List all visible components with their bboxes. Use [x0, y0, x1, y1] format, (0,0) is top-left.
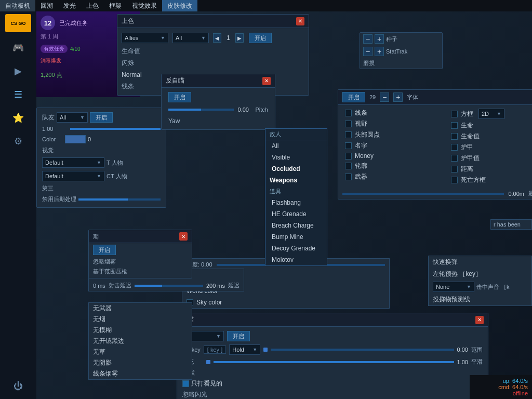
menu-item-breach-charge[interactable]: Breach Charge	[265, 220, 327, 231]
sidebar-icon-play[interactable]: ▶	[8, 61, 29, 82]
default2-dropdown[interactable]: Default ▼	[42, 171, 104, 181]
menu-item-flashbang[interactable]: Flashbang	[265, 197, 327, 208]
panel-aim-body: All ▼ 开启 On key [ key ] Hold ▼ 0.00 范围	[177, 327, 488, 399]
checkbox-armor: 护甲	[447, 142, 532, 153]
sidebar-icon-gear[interactable]: ⚙	[8, 131, 29, 152]
aim-hold-dropdown[interactable]: Hold ▼	[229, 344, 260, 355]
menu-glow[interactable]: 发光	[58, 0, 81, 11]
menu-item-occluded[interactable]: Occluded	[265, 163, 327, 175]
menu-item-all[interactable]: All	[265, 140, 327, 152]
menu-item-visible[interactable]: Visible	[265, 152, 327, 163]
panel-color-close[interactable]: ✕	[296, 17, 304, 25]
menu-item-molotov[interactable]: Molotov	[265, 254, 327, 265]
aim-open-btn[interactable]: 开启	[227, 331, 250, 341]
valid-tasks-badge: 有效任务	[41, 45, 68, 53]
bbox-dropdown[interactable]: 2D ▼	[478, 109, 504, 119]
checkbox-armor-val-box[interactable]	[451, 155, 458, 162]
menu-item-bump-mine[interactable]: Bump Mine	[265, 231, 327, 243]
checkbox-life-val-box[interactable]	[451, 133, 458, 140]
nav-prev[interactable]: ◀	[213, 33, 221, 43]
menu-item-he-grenade[interactable]: HE Grenade	[265, 208, 327, 220]
panel-anti-aim-close[interactable]: ✕	[262, 77, 271, 85]
third-label: 第三	[39, 183, 163, 194]
range-gun-label: 基于范围压枪	[93, 267, 188, 276]
visual-open-btn[interactable]: 开启	[342, 92, 365, 102]
menu-item-weapons[interactable]: Weapons	[265, 175, 327, 186]
sidebar-icon-star[interactable]: ⭐	[8, 108, 29, 128]
ignore-smoke-label: 忽略烟雾	[93, 257, 188, 267]
font-minus[interactable]: −	[380, 92, 389, 102]
panel-skin-controls: − + 种子 − + StatTrak 磨损	[360, 32, 443, 69]
menu-color[interactable]: 上色	[81, 0, 104, 11]
none-dropdown[interactable]: None ▼	[433, 282, 474, 292]
delay-slider[interactable]	[135, 285, 203, 287]
menu-backtrack[interactable]: 回溯	[35, 0, 58, 11]
seed-minus[interactable]: −	[363, 34, 373, 44]
allies-all-dropdown[interactable]: All ▼	[172, 33, 209, 43]
distance-slider[interactable]	[342, 193, 504, 195]
stattrak-plus[interactable]: +	[375, 47, 384, 56]
panel-small-left: 期 ✕ 开启 忽略烟雾 基于范围压枪	[88, 230, 192, 278]
t-label: T 人物	[107, 159, 123, 167]
panel-left-main-body: 队友 All ▼ 开启 1.00 Color 0 视觉	[37, 108, 166, 207]
default1-dropdown[interactable]: Default ▼	[42, 157, 104, 168]
friend-dropdown[interactable]: All ▼	[57, 112, 88, 123]
checkbox-lines-box[interactable]	[345, 110, 352, 116]
mission-level: 12	[41, 16, 55, 30]
fov-label: 视觉	[39, 145, 163, 156]
menu-visual[interactable]: 视觉效果	[127, 0, 162, 11]
allies-dropdown[interactable]: Allies ▼	[122, 33, 168, 43]
points-left: 1,200 点	[41, 71, 62, 79]
aim-silent-label: 静默	[180, 367, 485, 378]
yaw-label: Yaw	[168, 117, 180, 125]
checkbox-life: 生命	[447, 120, 532, 131]
checkbox-name-box[interactable]	[345, 142, 352, 149]
checkbox-head-dot-box[interactable]	[345, 131, 352, 138]
aim-indicator	[263, 348, 268, 352]
menu-skin-mod[interactable]: 皮肤修改	[162, 0, 197, 11]
nav-number: 1	[223, 34, 233, 42]
small-open-btn[interactable]: 开启	[93, 245, 116, 255]
friend-open-btn[interactable]: 开启	[90, 112, 113, 123]
color-control-row: Color 0	[39, 134, 163, 145]
nav-next[interactable]: ▶	[235, 33, 244, 43]
sidebar-icon-power[interactable]: ⏻	[8, 376, 29, 396]
font-plus[interactable]: +	[393, 92, 403, 102]
aim-range-slider[interactable]	[271, 349, 454, 351]
color-open-btn[interactable]: 开启	[249, 33, 272, 43]
aim-visible-checkbox[interactable]	[182, 380, 189, 387]
checkbox-death-box-box[interactable]	[451, 177, 458, 183]
stattrak-minus[interactable]: −	[363, 47, 373, 56]
checkbox-armor-box[interactable]	[451, 144, 458, 151]
color-swatch[interactable]	[65, 135, 86, 143]
checkbox-weapon-box[interactable]	[345, 174, 352, 180]
checkbox-fov-box[interactable]	[345, 121, 352, 127]
panel-anti-aim: 反自瞄 ✕ 开启 0.00 Pitch Yaw	[161, 74, 275, 130]
panel-anti-aim-header: 反自瞄 ✕	[162, 74, 275, 88]
allies-row: Allies ▼ All ▼ ◀ 1 ▶ 开启	[117, 31, 309, 45]
checkbox-life-box[interactable]	[451, 122, 458, 129]
main-content: 12 已完成任务 第 1 周 有效任务 4/10 消毒爆发 1,200 点 70…	[36, 11, 532, 399]
sidebar-icon-settings[interactable]: ☰	[8, 84, 29, 105]
aim-key-placeholder[interactable]: [ key ]	[204, 345, 226, 354]
menu-frame[interactable]: 框架	[104, 0, 127, 11]
ban-slider[interactable]	[78, 198, 161, 201]
pitch-slider[interactable]	[168, 109, 234, 111]
menu-item-decoy-grenade[interactable]: Decoy Grenade	[265, 243, 327, 254]
stattrak-label: StatTrak	[386, 48, 407, 55]
checkbox-money-box[interactable]	[345, 153, 352, 159]
aim-lock-slider[interactable]	[214, 361, 454, 363]
anti-aim-open-btn[interactable]: 开启	[168, 92, 191, 102]
checkbox-distance-box[interactable]	[451, 166, 458, 172]
seed-plus[interactable]: +	[375, 34, 384, 44]
menu-auto-trigger[interactable]: 自动板机	[0, 0, 35, 11]
life-control-row: 1.00	[39, 124, 163, 134]
font-label: 字体	[407, 94, 418, 101]
checkbox-outline-box[interactable]	[345, 163, 352, 169]
sidebar-icon-game[interactable]: 🎮	[8, 37, 29, 58]
life-slider[interactable]	[70, 128, 161, 130]
panel-small-left-close[interactable]: ✕	[179, 232, 188, 241]
status-up: up: 64.0/s	[474, 378, 528, 384]
checkbox-bbox-box[interactable]	[451, 111, 458, 117]
panel-aim-close[interactable]: ✕	[475, 316, 484, 324]
